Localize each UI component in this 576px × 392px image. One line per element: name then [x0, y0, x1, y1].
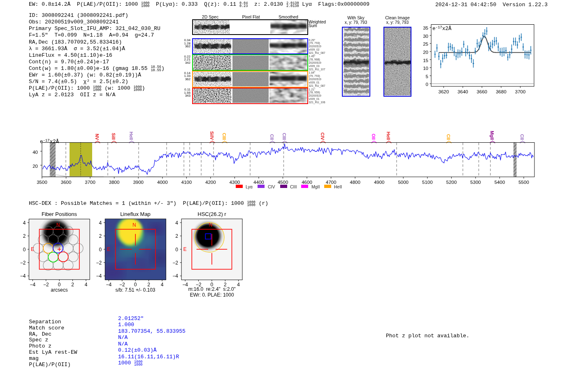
svg-text:E: E [183, 246, 187, 252]
svg-text:E: E [107, 246, 110, 252]
svg-text:N: N [209, 222, 213, 228]
svg-text:E: E [31, 246, 34, 252]
svg-text:N: N [56, 222, 60, 228]
svg-text:N: N [132, 222, 136, 228]
